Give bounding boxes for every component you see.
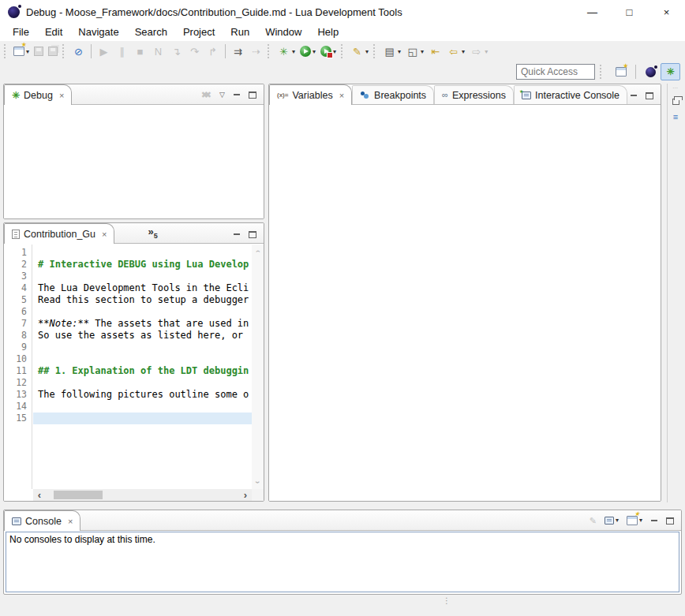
code-line[interactable]	[33, 271, 252, 282]
menu-project[interactable]: Project	[175, 24, 223, 40]
menu-navigate[interactable]: Navigate	[70, 24, 126, 40]
pin-editor-button[interactable]: ◱▾	[404, 43, 425, 60]
tab-variables[interactable]: (x)=Variables×	[269, 84, 352, 105]
code-line[interactable]: # Interactive DEBUG using Lua Develop	[33, 259, 252, 271]
code-line[interactable]: So use the assets as listed here, or	[33, 330, 252, 342]
display-selected-console-button[interactable]: ▾	[605, 517, 619, 525]
minimize-view-button[interactable]	[233, 91, 241, 99]
minimize-view-button[interactable]	[630, 92, 638, 99]
open-perspective-button[interactable]	[611, 63, 631, 80]
status-drag-handle[interactable]: ⋮	[443, 597, 451, 605]
toolbar-drag-handle[interactable]	[600, 65, 605, 79]
menu-file[interactable]: File	[5, 24, 37, 40]
line-number[interactable]: 2	[4, 259, 27, 271]
display-console-dropdown[interactable]: ▾	[616, 517, 619, 524]
minimize-view-button[interactable]	[650, 517, 658, 525]
close-icon[interactable]: ×	[68, 517, 73, 526]
menu-search[interactable]: Search	[127, 24, 175, 40]
use-step-filters-button[interactable]: ⇉	[230, 43, 246, 60]
new-wizard-button[interactable]: ▾	[12, 43, 31, 60]
scroll-left-icon[interactable]: ‹	[33, 490, 46, 500]
menu-edit[interactable]: Edit	[37, 24, 70, 40]
menu-help[interactable]: Help	[309, 24, 346, 40]
variables-view-content[interactable]	[269, 106, 661, 501]
line-number[interactable]: 9	[4, 342, 27, 353]
vertical-scrollbar[interactable]: › ›	[252, 245, 264, 489]
code-line[interactable]: Read this section to setup a debugger	[33, 294, 252, 306]
code-line[interactable]	[33, 306, 252, 318]
code-line[interactable]: **Note:** The assets that are used in	[33, 318, 252, 330]
menu-run[interactable]: Run	[223, 24, 257, 40]
outline-view-button[interactable]: ≡	[673, 113, 678, 121]
restore-view-button[interactable]	[672, 99, 679, 105]
coverage-dropdown[interactable]: ▾	[333, 48, 336, 55]
horizontal-scroll-thumb[interactable]	[54, 491, 103, 499]
open-task-button[interactable]: ▤▾	[381, 43, 402, 60]
code-line[interactable]: The Lua Development Tools in the Ecli	[33, 282, 252, 294]
line-number[interactable]: 4	[4, 282, 27, 294]
debug-dropdown[interactable]: ▾	[292, 48, 295, 55]
close-icon[interactable]: ×	[339, 91, 344, 100]
skip-all-breakpoints-button[interactable]: ⊘	[70, 43, 87, 60]
run-dropdown[interactable]: ▾	[313, 48, 316, 55]
line-number[interactable]: 10	[4, 353, 27, 365]
line-number[interactable]: 1	[4, 247, 27, 259]
toolbar-drag-handle[interactable]	[268, 44, 272, 58]
trim-drag-handle[interactable]: ⋯	[672, 85, 679, 91]
open-task-dropdown[interactable]: ▾	[398, 48, 401, 55]
quick-access-input[interactable]	[516, 64, 595, 80]
maximize-view-button[interactable]	[646, 92, 653, 99]
line-number[interactable]: 3	[4, 271, 27, 282]
window-minimize-button[interactable]: —	[574, 0, 611, 24]
code-line[interactable]	[33, 342, 252, 353]
toolbar-drag-handle[interactable]	[62, 44, 67, 58]
tab-contribution-guide[interactable]: Contribution_Gu ×	[4, 223, 114, 244]
line-number[interactable]: 15	[4, 413, 27, 424]
line-number[interactable]: 14	[4, 401, 27, 413]
code-line[interactable]	[33, 401, 252, 413]
lua-perspective-button[interactable]	[641, 63, 661, 80]
scroll-right-icon[interactable]: ›	[239, 490, 252, 500]
close-icon[interactable]: ×	[59, 91, 64, 100]
line-number[interactable]: 8	[4, 330, 27, 342]
code-line[interactable]: ## 1. Explanation of the LDT debuggin	[33, 365, 252, 377]
view-menu-icon[interactable]: ▽	[219, 91, 225, 99]
code-line[interactable]	[33, 247, 252, 259]
open-console-button[interactable]: ▾	[627, 516, 642, 525]
tab-interactive-console[interactable]: Interactive Console	[514, 85, 627, 104]
line-number[interactable]: 11	[4, 365, 27, 377]
tab-breakpoints[interactable]: Breakpoints	[352, 85, 434, 104]
horizontal-scrollbar[interactable]: ‹ ›	[33, 489, 252, 501]
toolbar-drag-handle[interactable]	[373, 44, 378, 58]
console-content[interactable]: No consoles to display at this time.	[6, 532, 679, 592]
menu-window[interactable]: Window	[257, 24, 309, 40]
line-number[interactable]: 7	[4, 318, 27, 330]
line-number[interactable]: 13	[4, 389, 27, 401]
line-number-gutter[interactable]: 123456789101112131415	[4, 245, 32, 489]
external-tools-dropdown[interactable]: ▾	[365, 48, 369, 55]
tab-console[interactable]: Console ×	[4, 510, 80, 531]
toolbar-drag-handle[interactable]	[341, 44, 346, 58]
line-number[interactable]: 12	[4, 377, 27, 389]
toolbar-drag-handle[interactable]	[4, 44, 9, 58]
scroll-up-icon[interactable]: ›	[253, 250, 262, 252]
debug-perspective-button[interactable]: ✳	[661, 63, 680, 80]
line-number[interactable]: 5	[4, 294, 27, 306]
maximize-view-button[interactable]	[249, 231, 256, 238]
code-line-current[interactable]	[33, 413, 252, 424]
tab-expressions[interactable]: ∞Expressions	[434, 85, 514, 104]
tab-debug[interactable]: ✳ Debug ×	[4, 84, 72, 105]
new-wizard-dropdown[interactable]: ▾	[26, 48, 29, 55]
editor-tab-overflow[interactable]: »5	[148, 226, 157, 243]
code-line[interactable]	[33, 353, 252, 365]
back-button[interactable]: ⇦▾	[445, 43, 466, 60]
debug-view-content[interactable]	[4, 106, 264, 218]
code-line[interactable]	[33, 377, 252, 389]
debug-button[interactable]: ✳▾	[275, 43, 297, 60]
scroll-down-icon[interactable]: ›	[253, 481, 262, 483]
external-tools-button[interactable]: ✎▾	[349, 43, 370, 60]
line-number[interactable]: 6	[4, 306, 27, 318]
open-console-dropdown[interactable]: ▾	[639, 517, 642, 524]
code-line[interactable]: The following pictures outline some o	[33, 389, 252, 401]
pin-editor-dropdown[interactable]: ▾	[421, 48, 424, 55]
